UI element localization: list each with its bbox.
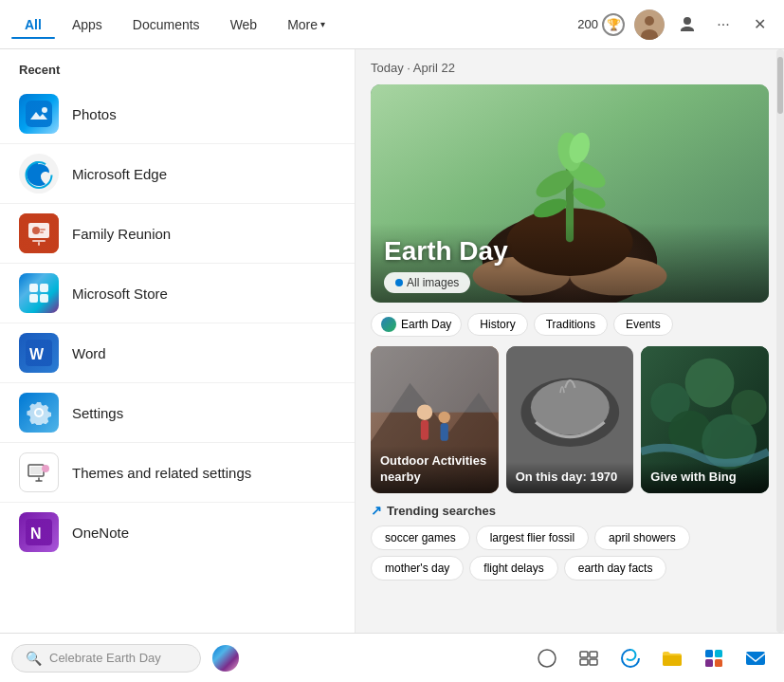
trend-chip-5[interactable]: earth day facts — [564, 556, 667, 581]
card-givewithbing-label: Give with Bing — [641, 462, 769, 493]
avatar[interactable] — [634, 9, 665, 40]
app-name-themes: Themes and related settings — [72, 465, 251, 481]
search-box[interactable]: 🔍 Celebrate Earth Day — [11, 644, 201, 673]
taskbar-folder-icon[interactable] — [655, 641, 689, 675]
svg-point-40 — [417, 404, 433, 420]
app-name-word: Word — [72, 345, 106, 361]
app-name-photos: Photos — [72, 106, 117, 122]
bottom-bar: 🔍 Celebrate Earth Day — [0, 633, 784, 682]
svg-rect-9 — [38, 242, 40, 246]
app-item-ppt[interactable]: Family Reunion — [0, 204, 355, 264]
tag-traditions[interactable]: Traditions — [534, 313, 608, 336]
tag-history[interactable]: History — [467, 313, 527, 336]
svg-rect-39 — [371, 346, 499, 413]
ppt-icon — [19, 213, 59, 253]
card-outdoor[interactable]: Outdoor Activities nearby — [371, 346, 499, 493]
top-bar: All Apps Documents Web More ▾ 200 🏆 ··· … — [0, 0, 784, 49]
app-item-settings[interactable]: Settings — [0, 383, 355, 443]
svg-text:W: W — [29, 346, 45, 362]
tab-all[interactable]: All — [11, 11, 55, 38]
ellipsis-icon[interactable]: ··· — [710, 11, 737, 38]
settings-icon — [19, 393, 59, 433]
svg-point-4 — [42, 107, 47, 113]
svg-rect-14 — [40, 284, 48, 292]
recent-label: Recent — [0, 63, 355, 84]
svg-rect-56 — [590, 652, 597, 657]
app-name-settings: Settings — [72, 405, 123, 421]
app-item-edge[interactable]: Microsoft Edge — [0, 144, 355, 204]
trending-title: ↗ Trending searches — [371, 503, 769, 518]
trending-chips: soccer games largest flier fossil april … — [371, 525, 769, 581]
main-area: Recent Photos Micros — [0, 49, 784, 633]
svg-point-50 — [685, 359, 735, 408]
search-placeholder: Celebrate Earth Day — [49, 651, 161, 665]
trend-chip-2[interactable]: april showers — [594, 525, 690, 550]
tab-apps[interactable]: Apps — [59, 11, 116, 38]
svg-rect-16 — [40, 294, 48, 303]
word-icon: W — [19, 333, 59, 373]
svg-rect-20 — [30, 467, 42, 474]
trend-chip-4[interactable]: flight delays — [469, 556, 557, 581]
person-icon[interactable] — [674, 11, 701, 38]
svg-rect-58 — [590, 659, 597, 665]
date-line: Today · April 22 — [371, 61, 769, 75]
app-item-store[interactable]: Microsoft Store — [0, 264, 355, 323]
tag-earth-day[interactable]: Earth Day — [371, 312, 462, 337]
app-name-ppt: Family Reunion — [72, 226, 171, 242]
tab-documents[interactable]: Documents — [119, 11, 213, 38]
trend-chip-3[interactable]: mother's day — [371, 556, 464, 581]
app-name-onenote: OneNote — [72, 525, 129, 541]
search-icon: 🔍 — [26, 651, 42, 666]
app-item-photos[interactable]: Photos — [0, 84, 355, 144]
taskbar-search-icon[interactable] — [530, 641, 564, 675]
svg-rect-59 — [705, 650, 713, 657]
tag-events[interactable]: Events — [613, 313, 673, 336]
tab-more[interactable]: More ▾ — [274, 11, 338, 38]
svg-point-10 — [32, 227, 40, 234]
card-onthisday-label: On this day: 1970 — [506, 462, 634, 493]
dot-icon — [395, 279, 403, 286]
trend-chip-0[interactable]: soccer games — [371, 525, 470, 550]
card-onthisday[interactable]: On this day: 1970 — [506, 346, 634, 493]
app-item-word[interactable]: W Word — [0, 323, 355, 383]
svg-rect-43 — [441, 423, 448, 441]
svg-point-21 — [42, 465, 49, 472]
close-icon[interactable]: ✕ — [746, 11, 773, 38]
card-givewithbing[interactable]: Give with Bing — [641, 346, 769, 493]
svg-rect-60 — [715, 650, 722, 657]
earth-icon — [381, 317, 396, 332]
app-item-onenote[interactable]: N OneNote — [0, 503, 355, 562]
tab-web[interactable]: Web — [217, 11, 271, 38]
score-badge: 200 🏆 — [577, 13, 625, 36]
taskbar-edge-icon[interactable] — [613, 641, 647, 675]
svg-rect-13 — [29, 284, 38, 292]
app-name-edge: Microsoft Edge — [72, 166, 167, 182]
app-name-store: Microsoft Store — [72, 286, 168, 302]
svg-point-42 — [438, 412, 449, 423]
top-bar-right: 200 🏆 ··· ✕ — [577, 9, 773, 40]
scrollbar[interactable] — [776, 49, 784, 633]
right-panel: Today · April 22 — [356, 49, 784, 633]
taskbar-store-icon[interactable] — [697, 641, 731, 675]
svg-text:N: N — [30, 525, 42, 542]
store-icon — [19, 273, 59, 313]
card-outdoor-label: Outdoor Activities nearby — [371, 446, 499, 493]
svg-rect-11 — [40, 229, 46, 230]
svg-rect-12 — [40, 231, 44, 233]
hero-overlay: Earth Day All images — [371, 223, 769, 303]
svg-rect-61 — [705, 659, 713, 667]
svg-rect-63 — [746, 652, 765, 665]
themes-icon — [19, 452, 59, 492]
taskbar-taskview-icon[interactable] — [572, 641, 606, 675]
app-item-themes[interactable]: Themes and related settings — [0, 443, 355, 503]
trend-chip-1[interactable]: largest flier fossil — [476, 525, 589, 550]
svg-point-54 — [538, 650, 556, 667]
taskbar-mail-icon[interactable] — [738, 641, 773, 675]
small-cards: Outdoor Activities nearby On this day: 1… — [371, 346, 769, 493]
hero-title: Earth Day — [384, 236, 756, 267]
svg-rect-55 — [580, 652, 588, 657]
hero-all-images-btn[interactable]: All images — [384, 272, 470, 293]
hero-card[interactable]: Earth Day All images — [371, 84, 769, 303]
nav-tabs: All Apps Documents Web More ▾ — [11, 11, 574, 38]
bing-logo — [212, 645, 239, 672]
